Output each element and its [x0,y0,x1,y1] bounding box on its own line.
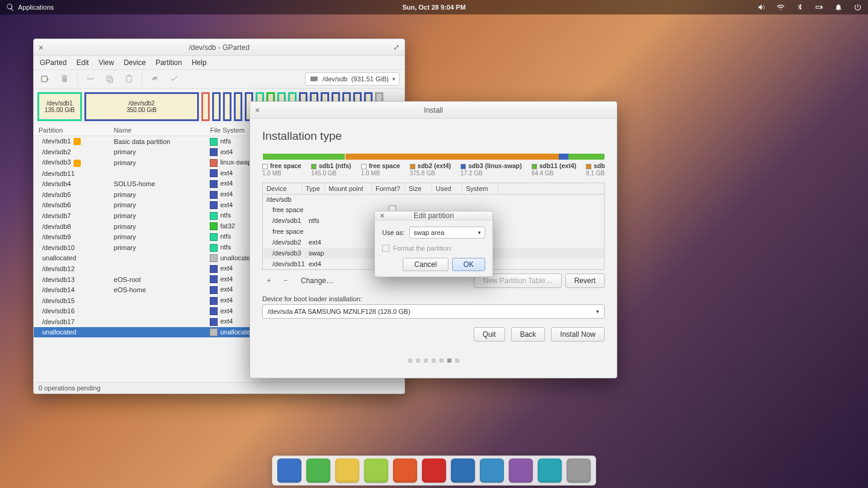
undo-icon [148,72,162,86]
menu-gparted[interactable]: GParted [40,58,67,67]
bluetooth-icon[interactable] [796,3,804,11]
menu-edit[interactable]: Edit [77,58,89,67]
dock-app-8[interactable] [509,458,533,483]
revert-button[interactable]: Revert [565,274,605,288]
menu-partition[interactable]: Partition [156,58,182,67]
format-checkbox: Format the partition: [382,245,485,252]
install-row[interactable]: /dev/sdb [263,195,604,204]
maximize-icon[interactable]: ⤢ [393,43,400,52]
add-button[interactable]: ＋ [262,274,275,287]
page-heading: Installation type [262,130,605,143]
install-title: Install [424,106,442,114]
menu-device[interactable]: Device [124,58,146,67]
close-icon[interactable]: × [39,43,43,52]
clock[interactable]: Sun, Oct 28 9:04 PM [402,4,465,11]
copy-icon [103,72,116,86]
close-icon[interactable]: × [255,106,260,114]
svg-rect-3 [127,76,131,83]
change-button[interactable]: Change… [296,275,338,287]
search-icon [6,3,14,11]
new-partition-icon[interactable] [39,72,52,86]
edit-partition-dialog: × Edit partition Use as: swap area ▾ For… [374,211,493,277]
gparted-menubar: GPartedEditViewDevicePartitionHelp [34,56,404,70]
back-button[interactable]: Back [511,327,546,342]
dock-app-5[interactable] [422,458,446,483]
dock [272,455,596,486]
gparted-titlebar[interactable]: × /dev/sdb - GParted ⤢ [34,39,404,56]
disk-legend: free space1.0 MBsdb1 (ntfs)145.0 GBfree … [262,162,605,178]
ok-button[interactable]: OK [452,258,485,271]
power-icon[interactable] [854,3,862,11]
wifi-icon[interactable] [776,3,785,11]
checkbox-icon [382,245,389,252]
applications-launcher[interactable]: Applications [6,3,54,11]
dock-app-6[interactable] [451,458,475,483]
dock-app-0[interactable] [277,458,301,483]
install-titlebar[interactable]: × Install [250,102,617,119]
paste-icon [122,72,136,86]
install-now-button[interactable]: Install Now [551,327,605,342]
edit-partition-titlebar[interactable]: × Edit partition [375,211,492,221]
dock-app-7[interactable] [480,458,504,483]
bootloader-label: Device for boot loader installation: [262,295,605,302]
device-selector[interactable]: /dev/sdb (931.51 GiB) ▾ [305,72,400,86]
svg-rect-4 [128,75,130,77]
disk-icon [309,74,319,84]
battery-icon[interactable] [815,3,823,11]
dock-app-2[interactable] [335,458,359,483]
notification-icon[interactable] [834,3,843,11]
applications-label: Applications [18,4,54,11]
menu-help[interactable]: Help [192,58,207,67]
volume-icon[interactable] [757,3,766,11]
bootloader-select[interactable]: /dev/sda ATA SAMSUNG MZNLF128 (128.0 GB)… [262,304,605,319]
dock-app-10[interactable] [567,458,591,483]
resize-icon [84,72,97,86]
chevron-down-icon: ▾ [478,230,481,236]
dock-app-4[interactable] [393,458,417,483]
svg-rect-0 [42,76,47,81]
disk-usage-bar [262,154,605,160]
quit-button[interactable]: Quit [474,327,505,342]
status-bar: 0 operations pending [34,382,404,393]
use-as-label: Use as: [382,229,404,236]
edit-partition-title: Edit partition [414,211,454,220]
remove-button[interactable]: － [279,274,292,287]
dock-app-1[interactable] [306,458,330,483]
dock-app-9[interactable] [538,458,562,483]
wizard-steps [262,358,605,363]
apply-icon [168,72,181,86]
delete-partition-icon [58,72,71,86]
gparted-toolbar: /dev/sdb (931.51 GiB) ▾ [34,70,404,89]
chevron-down-icon: ▾ [596,308,599,314]
top-bar: Applications Sun, Oct 28 9:04 PM [0,0,868,14]
dock-app-3[interactable] [364,458,388,483]
cancel-button[interactable]: Cancel [403,258,448,271]
use-as-select[interactable]: swap area ▾ [409,227,485,239]
menu-view[interactable]: View [98,58,114,67]
chevron-down-icon: ▾ [392,76,395,82]
svg-point-6 [316,80,317,81]
gparted-title: /dev/sdb - GParted [189,43,250,52]
close-icon[interactable]: × [380,211,385,220]
